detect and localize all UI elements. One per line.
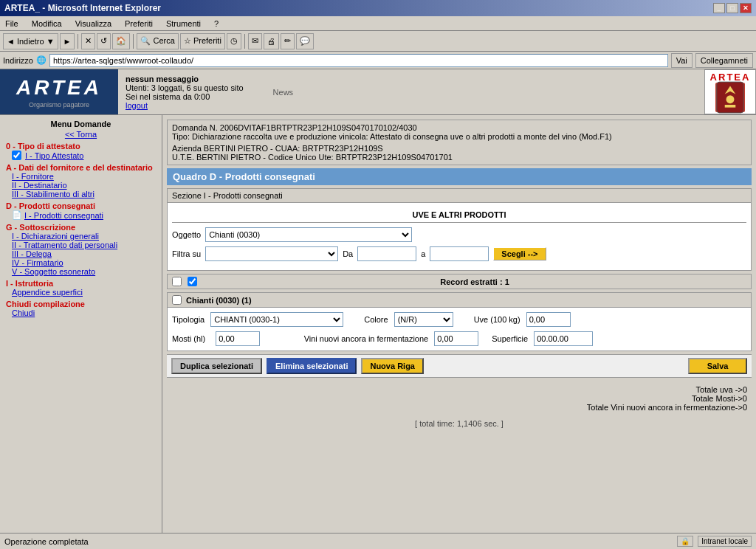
header: ARTEA Organismo pagatore nessun messaggi… [0,69,756,115]
prodotti-link[interactable]: I - Prodotti consegnati [24,211,103,220]
address-bar: Indirizzo 🌐 Vai Collegamneti [0,52,756,69]
menu-strumenti[interactable]: Strumenti [164,18,203,29]
home-button[interactable]: 🏠 [112,33,130,49]
tipo-attestato-link[interactable]: I - Tipo Attestato [25,151,84,160]
action-buttons: Duplica selezionati Elimina selezionati … [167,354,752,378]
filtra-row: Filtra su Da a Scegli --> [172,246,746,261]
svg-point-1 [726,95,735,103]
back-button[interactable]: ◄ Indietro ▼ [3,33,58,49]
forward-button[interactable]: ► [60,33,75,49]
print-button[interactable]: 🖨 [264,33,279,49]
sidebar-section-d: D - Prodotti consegnati [6,201,156,210]
select-all-checkbox[interactable] [172,277,182,286]
mosti-input[interactable] [216,331,260,346]
sidebar-section-i: I - Istruttoria [6,279,156,288]
colore-select[interactable]: (N/R) [394,312,453,327]
close-button[interactable]: ✕ [740,3,752,13]
tipo-attestato-checkbox[interactable] [12,151,21,160]
sidebar-item-trattamento[interactable]: II - Trattamento dati personali [12,241,156,249]
tipologia-row: Tipologia CHIANTI (0030-1) Colore (N/R) … [172,312,746,327]
search-button[interactable]: 🔍 Cerca [137,33,178,49]
links-button[interactable]: Collegamneti [695,53,753,68]
menu-modifica[interactable]: Modifica [30,18,64,29]
duplica-button[interactable]: Duplica selezionati [171,358,262,374]
address-input[interactable] [49,54,668,67]
filtra-label: Filtra su [172,249,201,258]
status-right: 🔒 Intranet locale [677,536,752,547]
superficie-label: Superficie [492,334,528,343]
history-button[interactable]: ◷ [227,33,241,49]
mail-button[interactable]: ✉ [248,33,262,49]
uve-label-product: Uve (100 kg) [474,315,520,324]
sidebar-item-fornitore[interactable]: I - Fornitore [12,172,156,181]
azienda-label: Azienda BERTINI PIETRO - CUAA: BRTPTR23P… [172,144,746,153]
a-input[interactable] [430,246,489,261]
sidebar-item-stabilimento[interactable]: III - Stabilimento di altri [12,190,156,198]
table-container: Sezione I - Prodotti consegnati UVE E AL… [167,188,752,271]
edit-button[interactable]: ✏ [281,33,295,49]
product-checkbox[interactable] [172,295,182,305]
da-input[interactable] [357,246,416,261]
sidebar-item-soggetto[interactable]: V - Soggetto esonerato [12,267,156,276]
menu-file[interactable]: File [3,18,21,29]
oggetto-select[interactable]: Chianti (0030) [205,227,412,242]
trattamento-link[interactable]: II - Trattamento dati personali [12,241,117,249]
menu-visualizza[interactable]: Visualizza [73,18,114,29]
superficie-input[interactable] [534,331,593,346]
oggetto-row: Oggetto Chianti (0030) [172,227,746,242]
sidebar-back-link[interactable]: << Torna [6,130,156,139]
logout-link[interactable]: logout [126,101,244,110]
refresh-button[interactable]: ↺ [97,33,111,49]
vini-input[interactable] [434,331,478,346]
nuova-button[interactable]: Nuova Riga [361,358,424,374]
scegli-button[interactable]: Scegli --> [493,247,546,260]
fornitore-link[interactable]: I - Fornitore [12,172,54,181]
records-bar: Record estratti : 1 [167,274,752,289]
oggetto-label: Oggetto [172,230,201,239]
minimize-button[interactable]: _ [713,3,725,13]
logo-area: ARTEA Organismo pagatore [0,69,118,114]
chiudi-link[interactable]: Chiudi [12,308,35,317]
uve-input[interactable] [526,312,571,327]
maximize-button[interactable]: □ [726,3,738,13]
favorites-button[interactable]: ☆ Preferiti [180,33,225,49]
title-bar: ARTEA_ - Microsoft Internet Explorer _ □… [0,0,756,16]
salva-button[interactable]: Salva [688,358,747,374]
table-inner: UVE E ALTRI PRODOTTI Oggetto Chianti (00… [168,203,751,270]
dichiarazioni-link[interactable]: I - Dichiarazioni generali [12,232,99,241]
filtra-select[interactable] [205,246,338,261]
menu-preferiti[interactable]: Preferiti [123,18,155,29]
totale-vini: Totale Vini nuovi ancora in fermentazion… [171,403,747,412]
sidebar-item-delega[interactable]: III - Delega [12,249,156,258]
sidebar-item-firmatario[interactable]: IV - Firmatario [12,258,156,267]
go-button[interactable]: Vai [671,53,693,68]
menu-help[interactable]: ? [212,18,221,29]
stop-button[interactable]: ✕ [81,33,95,49]
soggetto-link[interactable]: V - Soggetto esonerato [12,267,95,276]
toolbar: ◄ Indietro ▼ ► ✕ ↺ 🏠 🔍 Cerca ☆ Preferiti… [0,31,756,52]
sidebar-item-tipo-attestato[interactable]: I - Tipo Attestato [12,151,156,160]
toolbar-separator-1 [78,34,78,49]
sidebar-item-prodotti[interactable]: 📄 I - Prodotti consegnati [12,210,156,220]
product-header: Chianti (0030) (1) [168,293,751,308]
delega-link[interactable]: III - Delega [12,249,52,258]
sidebar-item-appendice[interactable]: Appendice superfici [12,288,156,297]
sidebar-item-destinatario[interactable]: II - Destinatario [12,181,156,190]
sidebar-item-chiudi[interactable]: Chiudi [12,308,156,317]
elimina-button[interactable]: Elimina selezionati [267,358,357,374]
destinatario-link[interactable]: II - Destinatario [12,181,67,190]
sidebar-section-a: A - Dati del fornitore e del destinatari… [6,163,156,172]
tipo-label: Tipo: Dichiarazione raccolta uve e produ… [172,132,746,141]
appendice-link[interactable]: Appendice superfici [12,288,83,297]
header-message: nessun messaggio Utenti: 3 loggati, 6 su… [126,75,244,110]
title-controls: _ □ ✕ [713,3,752,13]
sidebar-item-dichiarazioni[interactable]: I - Dichiarazioni generali [12,232,156,241]
stabilimento-link[interactable]: III - Stabilimento di altri [12,190,94,198]
prodotti-icon: 📄 [12,210,22,220]
vini-label: Vini nuovi ancora in fermentazione [295,334,428,343]
firmatario-link[interactable]: IV - Firmatario [12,258,63,267]
discuss-button[interactable]: 💬 [296,33,314,49]
tipologia-select[interactable]: CHIANTI (0030-1) [210,312,343,327]
users-info: Utenti: 3 loggati, 6 su questo sito [126,83,244,92]
records-checkbox[interactable] [188,277,197,286]
